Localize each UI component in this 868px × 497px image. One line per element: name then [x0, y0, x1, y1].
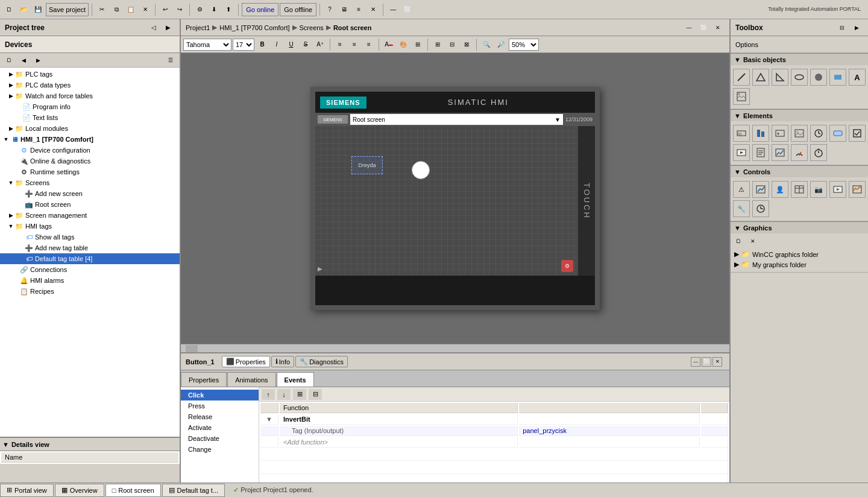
save-project-label[interactable]: Save project [46, 3, 89, 16]
row-add-function[interactable]: <Add function> [280, 437, 518, 448]
graphics-new[interactable]: 🗋 [732, 236, 745, 247]
diagnostics-tab[interactable]: 🔧 Diagnostics [295, 356, 348, 367]
tool-ellipse[interactable] [791, 69, 808, 86]
delete-button[interactable]: ✕ [139, 3, 152, 16]
tool-table[interactable] [791, 181, 808, 198]
wincc-graphics-folder[interactable]: ▶ 📁 WinCC graphics folder [732, 249, 867, 259]
tree-item-local-modules[interactable]: ▶ 📁 Local modules [0, 123, 180, 134]
tree-item-device-config[interactable]: ⚙ Device configuration [0, 145, 180, 156]
tree-forward-button[interactable]: ▶ [31, 55, 45, 66]
go-online-button[interactable]: Go online [242, 3, 278, 16]
tree-item-plc-tags[interactable]: ▶ 📁 PLC tags [0, 69, 180, 80]
zoom-select[interactable]: 50% [509, 39, 539, 51]
tool-right-triangle[interactable] [772, 69, 788, 86]
more-button[interactable]: ≡ [352, 3, 365, 16]
border-button[interactable]: ⊞ [411, 38, 424, 51]
tree-item-default-tag-table[interactable]: 🏷 Default tag table [4] [0, 253, 180, 264]
tree-item-connections[interactable]: 🔗 Connections [0, 264, 180, 275]
tree-item-hmi1[interactable]: ▼ 🖥 HMI_1 [TP700 Comfort] [0, 134, 180, 145]
events-group[interactable]: ⊞ [293, 389, 306, 400]
bg-color-button[interactable]: 🎨 [397, 38, 410, 51]
tree-new-button[interactable]: 🗋 [2, 55, 16, 66]
paste-button[interactable]: 📋 [124, 3, 137, 16]
underline-button[interactable]: U [285, 38, 298, 51]
tree-item-runtime[interactable]: ⚙ Runtime settings [0, 166, 180, 177]
info-tab[interactable]: ℹ Info [271, 356, 294, 367]
tree-item-recipes[interactable]: 📋 Recipes [0, 286, 180, 297]
align-left-button[interactable]: ≡ [333, 38, 347, 51]
tree-menu-button[interactable]: ☰ [164, 55, 177, 66]
tab-properties[interactable]: Properties [181, 372, 227, 387]
center-restore[interactable]: ⬜ [697, 23, 710, 33]
tool-triangle[interactable] [752, 69, 769, 86]
status-tab-overview[interactable]: ▦ Overview [55, 484, 104, 497]
tree-item-add-screen[interactable]: ➕ Add new screen [0, 188, 180, 199]
tree-item-screens[interactable]: ▼ 📁 Screens [0, 177, 180, 188]
properties-info-tab[interactable]: ⬛ Properties [222, 356, 270, 367]
redo-button[interactable]: ↪ [173, 3, 186, 16]
tool-trend[interactable] [772, 144, 788, 161]
tool-clock2[interactable] [752, 200, 769, 217]
layout2-button[interactable]: ⊟ [445, 38, 459, 51]
tool-alarm[interactable]: ⚠ [733, 181, 750, 198]
help-button[interactable]: ? [323, 3, 336, 16]
tree-arrow-button[interactable]: ▶ [162, 22, 175, 33]
tool-line[interactable] [733, 69, 750, 86]
tool-image-view[interactable] [791, 125, 808, 142]
event-item-press[interactable]: Press [181, 400, 259, 411]
zoom-in-button[interactable]: 🔍 [480, 38, 493, 51]
tool-selector[interactable]: ▼ [772, 125, 788, 142]
events-up[interactable]: ↑ [262, 389, 275, 400]
tool-user-view[interactable]: 👤 [772, 181, 788, 198]
hmi-screen-dropdown[interactable]: Root screen ▼ [350, 114, 563, 125]
toolbox-expand[interactable]: ▶ [850, 23, 863, 33]
min-button[interactable]: — [386, 3, 400, 16]
status-tab-root[interactable]: □ Root screen [105, 484, 161, 497]
status-tab-default-tag[interactable]: ▤ Default tag t... [162, 484, 225, 497]
events-ungroup[interactable]: ⊟ [309, 389, 322, 400]
tool-checkbox[interactable] [849, 125, 866, 142]
tool-image[interactable] [733, 88, 750, 105]
restore-button[interactable]: ⬜ [401, 3, 414, 16]
tool-camera[interactable]: 📷 [810, 181, 827, 198]
cut-button[interactable]: ✂ [95, 3, 108, 16]
compile-button[interactable]: ⚙ [193, 3, 206, 16]
superscript-button[interactable]: A⁺ [313, 38, 327, 51]
tree-item-hmi-tags[interactable]: ▼ 📁 HMI tags [0, 221, 180, 232]
row-tag-value[interactable]: panel_przycisk [519, 426, 699, 436]
tool-gauge[interactable] [791, 144, 808, 161]
font-select[interactable]: Tahoma [183, 39, 231, 51]
event-item-deactivate[interactable]: Deactivate [181, 433, 259, 444]
event-item-release[interactable]: Release [181, 411, 259, 422]
tool-clock[interactable] [810, 125, 827, 142]
copy-button[interactable]: ⧉ [110, 3, 123, 16]
tool-circle[interactable] [810, 69, 827, 86]
tool-bar[interactable] [752, 125, 769, 142]
monitor-button[interactable]: 🖥 [338, 3, 351, 16]
tree-collapse-button[interactable]: ◁ [147, 22, 160, 33]
tree-item-show-all-tags[interactable]: 🏷 Show all tags [0, 232, 180, 242]
devices-tab[interactable]: Devices [0, 36, 180, 53]
center-close[interactable]: ✕ [711, 23, 725, 33]
scroll-thumb[interactable] [186, 345, 198, 352]
tree-item-watch-tables[interactable]: ▶ 📁 Watch and force tables [0, 90, 180, 101]
controls-header[interactable]: ▼ Controls [731, 165, 868, 177]
layout1-button[interactable]: ⊞ [431, 38, 444, 51]
upload-button[interactable]: ⬆ [222, 3, 235, 16]
go-offline-button[interactable]: Go offline [280, 3, 316, 16]
event-item-click[interactable]: Click [181, 390, 259, 400]
events-down[interactable]: ↓ [277, 389, 291, 400]
size-select[interactable]: 17 [233, 39, 254, 51]
tool-io-field[interactable]: IO [733, 125, 750, 142]
align-right-button[interactable]: ≡ [362, 38, 376, 51]
tool-recipe[interactable] [752, 144, 769, 161]
bottom-restore[interactable]: ⬜ [702, 357, 711, 367]
tool-media2[interactable] [829, 181, 846, 198]
event-item-change[interactable]: Change [181, 444, 259, 455]
bottom-close[interactable]: ✕ [712, 357, 722, 367]
tree-back-button[interactable]: ◀ [17, 55, 30, 66]
tool-media[interactable] [733, 144, 750, 161]
bold-button[interactable]: B [256, 38, 269, 51]
graphics-header[interactable]: ▼ Graphics [731, 221, 868, 233]
download-button[interactable]: ⬇ [207, 3, 221, 16]
